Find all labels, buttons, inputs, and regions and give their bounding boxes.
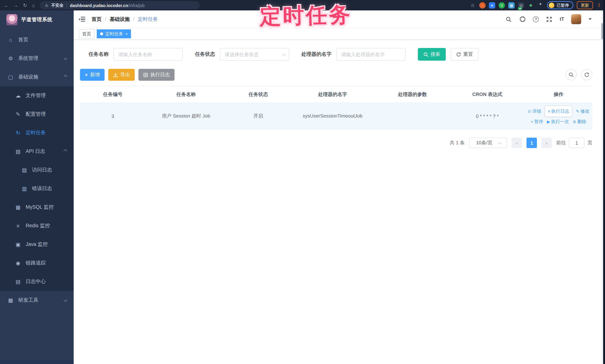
paused-extension-pill[interactable]: 已暂停 — [547, 1, 573, 9]
cell-handler-name: sysUserSessionTimeoutJob — [290, 112, 375, 120]
job-log-button-label: 执行日志 — [150, 71, 170, 78]
browser-reload-icon[interactable]: ↻ — [23, 2, 27, 8]
sidebar-item-redis[interactable]: ≡Redis 监控 — [0, 217, 74, 235]
sidebar-item-log-center[interactable]: ▤日志中心 — [0, 272, 74, 291]
address-bar[interactable]: ⚠ 不安全 dashboard.yudao.iocoder.cn/infra/j… — [40, 1, 200, 9]
job-log-link[interactable]: ≡执行日志 — [545, 106, 572, 117]
font-size-icon[interactable]: tT — [560, 16, 564, 22]
breadcrumb-item[interactable]: 基础设施 — [110, 16, 130, 23]
browser-update-button[interactable]: 更新 — [577, 1, 593, 9]
chevron-down-icon — [64, 298, 67, 301]
current-page-button[interactable]: 1 — [526, 138, 537, 148]
ext-blue-gem-icon[interactable]: ◆ — [489, 2, 495, 8]
browser-home-icon[interactable]: ⌂ — [32, 2, 35, 8]
app-title: 芋道管理系统 — [21, 16, 53, 23]
trace-eye-icon: ◉ — [15, 260, 21, 266]
next-page-button[interactable]: › — [541, 138, 552, 148]
export-button[interactable]: 导出 — [108, 69, 135, 81]
ext-green-check-icon[interactable]: V — [499, 2, 505, 8]
sidebar-item-file[interactable]: ☁文件管理 — [0, 86, 74, 105]
sidebar-item-api-log[interactable]: ▧API 日志 — [0, 142, 74, 161]
avatar-caret-icon[interactable] — [589, 18, 592, 20]
sidebar-item-system[interactable]: ⚙系统管理 — [0, 49, 74, 68]
help-icon[interactable]: ? — [533, 16, 539, 22]
sidebar-item-trace[interactable]: ◉链路追踪 — [0, 254, 74, 272]
user-avatar[interactable] — [571, 14, 581, 24]
job-name-input[interactable] — [118, 52, 178, 57]
add-button[interactable]: + 新增 — [80, 69, 105, 81]
ext-dark-list-icon[interactable]: ▤on — [518, 2, 524, 8]
url-path[interactable]: /infra/job — [128, 3, 145, 8]
sidebar-item-home[interactable]: ⌂首页 — [0, 30, 74, 49]
update-label: 更新 — [581, 2, 589, 8]
ext-leaf-icon[interactable]: ♣ — [528, 2, 534, 8]
goto-unit-label: 页 — [588, 140, 592, 146]
browser-back-icon[interactable]: ← — [4, 2, 9, 8]
url-domain[interactable]: dashboard.yudao.iocoder.cn — [70, 3, 128, 8]
sidebar-item-mysql[interactable]: ▦MySQL 监控 — [0, 198, 74, 217]
prev-page-button[interactable]: ‹ — [512, 138, 522, 148]
filter-group-name: 任务名称 — [89, 48, 183, 61]
filter-group-handler: 处理器的名字 — [301, 48, 406, 61]
scrollbar-track[interactable] — [601, 10, 603, 364]
scrollbar-thumb[interactable] — [601, 23, 603, 39]
handler-name-input-wrap — [336, 48, 406, 61]
sidebar-item-java[interactable]: ▣Java 监控 — [0, 235, 74, 254]
page-size-select[interactable]: 10条/页 — [469, 138, 507, 148]
handler-name-input[interactable] — [341, 52, 401, 57]
goto-page-input[interactable] — [569, 138, 585, 148]
sidebar-item-access-log[interactable]: ▨访问日志 — [0, 161, 74, 179]
job-status-select[interactable] — [220, 48, 289, 61]
ext-orange-icon[interactable]: ◦ — [479, 2, 486, 8]
sidebar-logo[interactable]: 芋道管理系统 — [0, 10, 74, 29]
java-monitor-icon: ▣ — [15, 241, 21, 247]
edit-square-icon: ✎ — [15, 111, 21, 117]
table-row[interactable]: 3 用户 Session 超时 Job 开启 sysUserSessionTim… — [80, 103, 592, 130]
tag-close-icon[interactable]: × — [125, 32, 128, 36]
refresh-button[interactable] — [581, 69, 592, 80]
hamburger-icon[interactable] — [79, 17, 85, 22]
breadcrumb-item[interactable]: 定时任务 — [138, 16, 158, 23]
job-name-label: 任务名称 — [89, 51, 109, 58]
sidebar-item-devtool[interactable]: ▩研发工具 — [0, 291, 74, 310]
fullscreen-icon[interactable] — [546, 16, 553, 23]
ext-cube-blue-icon[interactable]: ▦ — [508, 2, 514, 8]
job-status-select-input[interactable] — [225, 52, 284, 57]
sidebar-item-config[interactable]: ✎配置管理 — [0, 105, 74, 124]
delete-link[interactable]: ⊖删除 — [573, 117, 586, 127]
hide-search-button[interactable] — [566, 69, 577, 80]
modify-link[interactable]: ✎修改 — [576, 106, 589, 116]
ext-pinwheel-icon[interactable]: * — [537, 2, 544, 8]
pause-link[interactable]: ×暂停 — [531, 117, 543, 127]
detail-link[interactable]: ⊙详细 — [528, 106, 541, 116]
reset-button[interactable]: 重置 — [451, 48, 478, 61]
sidebar-item-label: 错误日志 — [32, 185, 52, 192]
delete-icon: ⊖ — [573, 117, 576, 127]
job-log-button[interactable]: 执行日志 — [138, 69, 174, 81]
sidebar-item-label: API 日志 — [26, 148, 45, 155]
filter-group-status: 任务状态 — [195, 48, 289, 61]
security-label[interactable]: 不安全 — [51, 2, 64, 8]
reset-refresh-icon — [456, 52, 461, 57]
tag-home[interactable]: 首页 — [79, 29, 94, 38]
browser-forward-icon[interactable]: → — [13, 2, 18, 8]
browser-menu-icon[interactable]: ⋮ — [597, 3, 601, 8]
bookmark-star-icon[interactable]: ☆ — [470, 2, 476, 8]
action-label: 执行日志 — [552, 106, 569, 116]
github-icon[interactable] — [519, 16, 526, 23]
paused-label: 已暂停 — [557, 2, 569, 8]
sidebar-item-job[interactable]: ↻定时任务 — [0, 124, 74, 142]
sidebar-item-error-log[interactable]: ▥错误日志 — [0, 179, 74, 198]
chevron-up-icon — [64, 149, 67, 153]
sidebar-item-infra[interactable]: ▢基础设施 — [0, 68, 74, 86]
tag-job-active[interactable]: 定时任务 × — [97, 29, 131, 38]
breadcrumb-item[interactable]: 首页 — [92, 16, 102, 23]
search-button[interactable]: 搜索 — [418, 48, 446, 61]
page-size-value: 10条/页 — [476, 140, 492, 146]
search-icon[interactable] — [505, 16, 512, 23]
actions-line-2: ×暂停▶执行一次⊖删除 — [525, 117, 592, 127]
log-list-icon — [143, 72, 148, 77]
sidebar-item-label: 链路追踪 — [26, 260, 46, 266]
sidebar-item-label: 文件管理 — [26, 92, 46, 99]
run-once-link[interactable]: ▶执行一次 — [547, 117, 569, 127]
